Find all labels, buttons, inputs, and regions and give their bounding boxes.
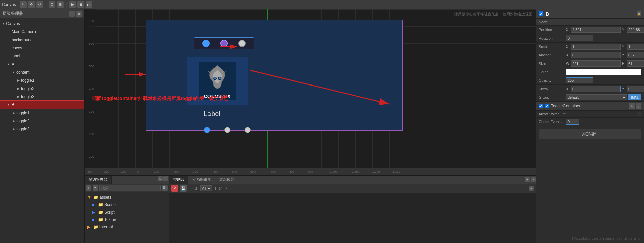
anchor-y-input[interactable] bbox=[627, 52, 644, 58]
ruler-800: 800 bbox=[289, 170, 294, 173]
toggle-dot-white2-bottom[interactable] bbox=[245, 127, 251, 133]
toggle-dot-blue-bottom[interactable] bbox=[204, 127, 210, 133]
asset-expand-btn[interactable]: ⊡ bbox=[158, 176, 163, 181]
tree-item-toggle2-b[interactable]: ▶ toggle2 bbox=[0, 117, 84, 125]
tree-item-b[interactable]: ▼ B bbox=[0, 101, 84, 109]
allow-switch-off-label: Allow Switch Off bbox=[539, 112, 637, 116]
inspector-lock-btn[interactable]: 🔒 bbox=[637, 11, 641, 16]
scene-content: COCOS 2D X Label bbox=[146, 20, 403, 131]
console-right-icons: ⊡ ≡ bbox=[525, 177, 536, 182]
scale-y-input[interactable] bbox=[627, 44, 644, 50]
color-swatch[interactable] bbox=[566, 69, 641, 75]
color-fields bbox=[566, 69, 641, 75]
filter-select[interactable]: All bbox=[200, 185, 212, 191]
tab-asset-manager[interactable]: 资源管理器 bbox=[85, 176, 112, 184]
tree-item-a[interactable]: ▼ A bbox=[0, 60, 84, 68]
toolbar-btn-5[interactable]: ⊞ bbox=[57, 1, 64, 8]
group-fields: default 编辑 bbox=[566, 94, 641, 100]
size-w-input[interactable] bbox=[571, 60, 621, 67]
rotation-input[interactable] bbox=[566, 35, 593, 41]
asset-menu-btn[interactable]: ≡ bbox=[163, 176, 168, 181]
toolbar-btn-6[interactable]: ▶ bbox=[69, 1, 76, 8]
tree-item-content[interactable]: ▼ content bbox=[0, 68, 84, 76]
tree-item-toggle3-b[interactable]: ▶ toggle3 bbox=[0, 125, 84, 133]
asset-item-scene[interactable]: ▶ 📁 Scene bbox=[85, 201, 169, 209]
toggle-dot-white1-bottom[interactable] bbox=[224, 127, 230, 133]
toolbar-btn-7[interactable]: ⏸ bbox=[77, 1, 84, 8]
inspector-active-checkbox[interactable] bbox=[539, 11, 543, 16]
scale-fields: X Y bbox=[566, 44, 644, 50]
tree-item-toggle1-a[interactable]: ▶ toggle1 bbox=[0, 76, 84, 84]
toolbar-btn-2[interactable]: ✥ bbox=[28, 1, 35, 8]
skew-x-input[interactable] bbox=[571, 86, 621, 92]
asset-label-scene: Scene bbox=[104, 202, 116, 207]
tab-console[interactable]: 控制台 bbox=[169, 176, 188, 184]
toggle-container-edit-btn[interactable]: ✎ bbox=[629, 103, 635, 109]
add-component-btn[interactable]: 添加组件 bbox=[539, 129, 641, 139]
anchor-label: Anchor bbox=[539, 53, 566, 57]
hierarchy-menu-btn[interactable]: ≡ bbox=[76, 11, 82, 17]
toggle-container-active[interactable] bbox=[545, 104, 549, 108]
arrow-content[interactable]: ▼ bbox=[12, 70, 16, 74]
arrow-canvas[interactable]: ▼ bbox=[1, 22, 5, 26]
label-b: B bbox=[12, 102, 14, 107]
group-select[interactable]: default bbox=[566, 94, 627, 100]
toolbar-btn-3[interactable]: ↺ bbox=[36, 1, 43, 8]
tree-item-toggle3-a[interactable]: ▶ toggle3 bbox=[0, 93, 84, 101]
toolbar-btn-4[interactable]: ⊡ bbox=[49, 1, 55, 8]
asset-item-script[interactable]: ▶ 📁 Script bbox=[85, 209, 169, 216]
toolbar-btn-8[interactable]: ⏭ bbox=[86, 1, 92, 8]
tree-item-toggle1-b[interactable]: ▶ toggle1 bbox=[0, 109, 84, 117]
toggle-dot-blue-top[interactable] bbox=[202, 40, 210, 47]
y-ruler: 700 600 500 400 300 200 100 bbox=[85, 9, 95, 168]
tab-animation-editor[interactable]: 动画编辑器 bbox=[188, 176, 215, 184]
label-canvas: Canvas bbox=[6, 21, 20, 26]
position-fields: X Y bbox=[566, 27, 644, 33]
arrow-a[interactable]: ▼ bbox=[7, 62, 11, 66]
check-events-input[interactable] bbox=[566, 119, 579, 125]
console-save-btn[interactable]: 💾 bbox=[180, 185, 187, 192]
scale-x-input[interactable] bbox=[571, 44, 621, 50]
toggle-dot-white-top[interactable] bbox=[238, 40, 246, 47]
tree-item-label[interactable]: ▶ label bbox=[0, 52, 84, 60]
toggle-dot-purple-top[interactable] bbox=[220, 40, 228, 47]
toggle-container-more-btn[interactable]: ⋮ bbox=[636, 103, 641, 109]
toggle-container-check[interactable] bbox=[539, 104, 543, 108]
console-expand-btn[interactable]: ⊡ bbox=[525, 177, 530, 182]
animation-tab-label: 动画编辑器 bbox=[193, 177, 211, 182]
console-tab-label: 控制台 bbox=[173, 177, 184, 182]
anchor-x-input[interactable] bbox=[571, 52, 621, 58]
tree-item-cocos[interactable]: ▶ cocos bbox=[0, 44, 84, 52]
opacity-input[interactable] bbox=[566, 77, 593, 83]
allow-switch-off-checkbox[interactable] bbox=[637, 112, 641, 116]
arrow-b[interactable]: ▼ bbox=[7, 103, 11, 107]
pos-x-input[interactable] bbox=[571, 27, 621, 33]
tree-item-toggle2-a[interactable]: ▶ toggle2 bbox=[0, 84, 84, 93]
tab-game-preview[interactable]: 游戏预览 bbox=[215, 176, 238, 184]
size-row: Size W H bbox=[536, 59, 644, 68]
fontsize-icon: T bbox=[214, 186, 217, 190]
console-expand-btn2[interactable]: ⊡ bbox=[529, 186, 534, 191]
hierarchy-add-btn[interactable]: + bbox=[69, 11, 75, 17]
asset-item-texture[interactable]: ▶ 📁 Texture bbox=[85, 216, 169, 223]
asset-search-btn[interactable]: 🔍 bbox=[162, 185, 168, 191]
group-edit-btn[interactable]: 编辑 bbox=[628, 94, 641, 100]
canvas-area[interactable]: 使用鼠标右键平移视窗焦点，使用滚轮缩放视图 bbox=[85, 9, 536, 175]
console-menu-btn[interactable]: ≡ bbox=[531, 177, 536, 182]
toolbar-btn-1[interactable]: ↖ bbox=[20, 1, 27, 8]
ruler-700: 700 bbox=[271, 170, 276, 173]
asset-list-btn[interactable]: ≡ bbox=[93, 185, 98, 191]
tree-item-canvas[interactable]: ▼ Canvas bbox=[0, 20, 84, 28]
pos-y-input[interactable] bbox=[627, 27, 644, 33]
asset-add-btn[interactable]: + bbox=[86, 185, 91, 191]
asset-toolbar: + ≡ 🔍 bbox=[85, 184, 169, 192]
skew-y-input[interactable] bbox=[627, 86, 644, 92]
console-clear-btn[interactable]: ✕ bbox=[171, 185, 178, 192]
size-h-input[interactable] bbox=[627, 60, 644, 67]
asset-search-input[interactable] bbox=[99, 185, 161, 191]
asset-item-internal[interactable]: ▶ 📁 internal bbox=[85, 223, 169, 231]
tree-item-background[interactable]: ▶ background bbox=[0, 36, 84, 44]
size-h-axis: H bbox=[622, 62, 625, 66]
tree-item-main-camera[interactable]: ▶ Main Camera bbox=[0, 28, 84, 36]
asset-item-assets[interactable]: ▼ 📁 assets bbox=[85, 194, 169, 201]
